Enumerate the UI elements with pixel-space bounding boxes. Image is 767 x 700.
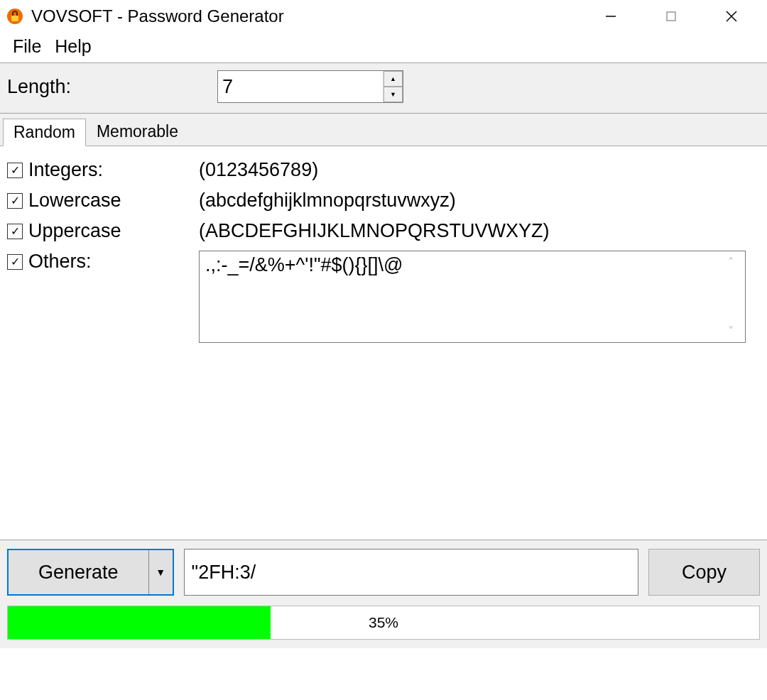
scroll-up-icon: ˄ xyxy=(728,256,734,269)
integers-charset: (0123456789) xyxy=(199,159,318,181)
window-title: VOVSOFT - Password Generator xyxy=(31,6,594,26)
menu-help[interactable]: Help xyxy=(49,35,97,58)
lowercase-charset: (abcdefghijklmnopqrstuvwxyz) xyxy=(199,190,456,212)
uppercase-label: Uppercase xyxy=(28,220,121,242)
spinner-down-button[interactable]: ▼ xyxy=(384,87,403,102)
others-charset: .,:-_=/&%+^'!"#$(){}[]\@ xyxy=(205,254,722,339)
strength-meter: 35% xyxy=(7,606,760,640)
bottom-panel: Generate ▼ Copy 35% xyxy=(0,540,767,648)
tab-random[interactable]: Random xyxy=(3,119,86,146)
others-label: Others: xyxy=(28,251,92,273)
lowercase-checkbox[interactable]: ✓ Lowercase xyxy=(7,190,199,212)
length-spinner[interactable]: ▲ ▼ xyxy=(217,70,403,103)
others-textarea[interactable]: .,:-_=/&%+^'!"#$(){}[]\@ ˄ ˅ xyxy=(199,251,746,343)
menu-bar: File Help xyxy=(0,32,767,62)
window-controls xyxy=(594,0,747,32)
maximize-button[interactable] xyxy=(655,0,687,32)
check-icon: ✓ xyxy=(7,163,23,178)
svg-rect-1 xyxy=(11,16,18,21)
minimize-button[interactable] xyxy=(594,0,626,32)
option-row-uppercase: ✓ Uppercase (ABCDEFGHIJKLMNOPQRSTUVWXYZ) xyxy=(7,220,760,242)
option-row-integers: ✓ Integers: (0123456789) xyxy=(7,159,760,181)
tabs: Random Memorable xyxy=(0,114,767,146)
password-output[interactable] xyxy=(184,549,638,596)
option-row-others: ✓ Others: .,:-_=/&%+^'!"#$(){}[]\@ ˄ ˅ xyxy=(7,251,760,343)
strength-percent: 35% xyxy=(8,606,759,639)
check-icon: ✓ xyxy=(7,254,23,270)
scroll-down-icon: ˅ xyxy=(728,324,734,338)
integers-label: Integers: xyxy=(28,159,103,181)
lowercase-label: Lowercase xyxy=(28,190,121,212)
app-lock-icon xyxy=(6,7,24,26)
others-checkbox[interactable]: ✓ Others: xyxy=(7,251,199,273)
length-label: Length: xyxy=(7,76,217,98)
length-panel: Length: ▲ ▼ xyxy=(0,62,767,114)
menu-file[interactable]: File xyxy=(7,35,47,58)
tab-memorable[interactable]: Memorable xyxy=(86,118,189,146)
spinner-up-button[interactable]: ▲ xyxy=(384,71,403,87)
generate-split-button: Generate ▼ xyxy=(7,549,174,596)
copy-button[interactable]: Copy xyxy=(648,549,760,596)
generate-row: Generate ▼ Copy xyxy=(7,549,760,596)
uppercase-checkbox[interactable]: ✓ Uppercase xyxy=(7,220,199,242)
textarea-scrollbar[interactable]: ˄ ˅ xyxy=(722,254,739,339)
integers-checkbox[interactable]: ✓ Integers: xyxy=(7,159,199,181)
length-input[interactable] xyxy=(218,71,383,102)
tab-panel-random: ✓ Integers: (0123456789) ✓ Lowercase (ab… xyxy=(0,146,767,540)
close-button[interactable] xyxy=(715,0,747,32)
chevron-down-icon: ▼ xyxy=(156,567,165,578)
title-bar: VOVSOFT - Password Generator xyxy=(0,0,767,32)
generate-button[interactable]: Generate xyxy=(9,550,148,594)
check-icon: ✓ xyxy=(7,193,23,209)
uppercase-charset: (ABCDEFGHIJKLMNOPQRSTUVWXYZ) xyxy=(199,220,550,242)
svg-rect-3 xyxy=(667,12,675,21)
option-row-lowercase: ✓ Lowercase (abcdefghijklmnopqrstuvwxyz) xyxy=(7,190,760,212)
generate-dropdown-button[interactable]: ▼ xyxy=(148,550,173,594)
check-icon: ✓ xyxy=(7,224,23,239)
